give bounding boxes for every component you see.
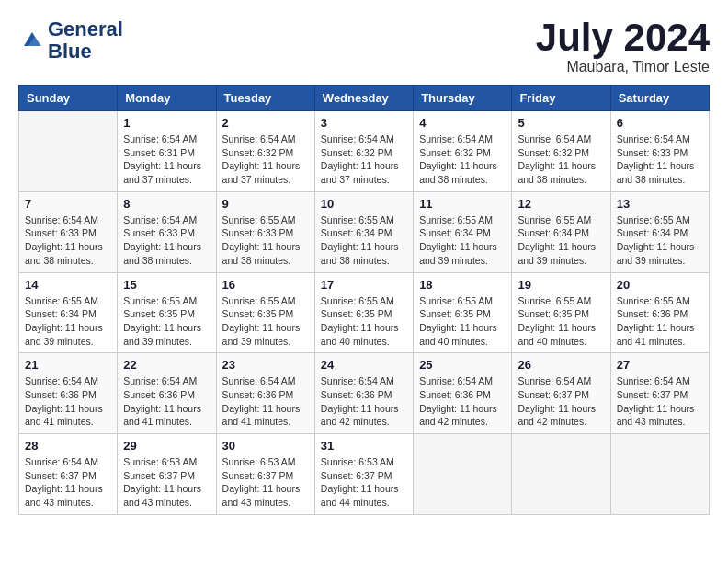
- calendar-cell: 28Sunrise: 6:54 AM Sunset: 6:37 PM Dayli…: [19, 434, 118, 515]
- calendar-cell: 11Sunrise: 6:55 AM Sunset: 6:34 PM Dayli…: [414, 191, 512, 272]
- header-sunday: Sunday: [19, 86, 118, 111]
- day-number: 16: [222, 278, 309, 292]
- day-number: 13: [617, 197, 703, 211]
- logo: General Blue: [18, 18, 123, 63]
- day-number: 5: [518, 116, 604, 130]
- location-subtitle: Maubara, Timor Leste: [536, 59, 710, 75]
- day-number: 3: [321, 116, 407, 130]
- day-number: 20: [617, 278, 703, 292]
- logo-icon: [18, 27, 46, 54]
- day-number: 26: [518, 358, 604, 372]
- day-number: 12: [518, 197, 604, 211]
- header-wednesday: Wednesday: [314, 86, 413, 111]
- day-number: 1: [123, 116, 210, 130]
- day-info: Sunrise: 6:55 AM Sunset: 6:35 PM Dayligh…: [123, 294, 210, 349]
- calendar-cell: 17Sunrise: 6:55 AM Sunset: 6:35 PM Dayli…: [314, 272, 413, 353]
- day-number: 27: [617, 358, 703, 372]
- day-number: 28: [25, 439, 111, 453]
- calendar-cell: 23Sunrise: 6:54 AM Sunset: 6:36 PM Dayli…: [216, 353, 314, 434]
- day-number: 29: [123, 439, 210, 453]
- day-number: 4: [419, 116, 506, 130]
- calendar-cell: [414, 434, 512, 515]
- header-monday: Monday: [118, 86, 216, 111]
- day-number: 15: [123, 278, 210, 292]
- day-info: Sunrise: 6:55 AM Sunset: 6:35 PM Dayligh…: [222, 294, 309, 349]
- calendar-cell: 19Sunrise: 6:55 AM Sunset: 6:35 PM Dayli…: [512, 272, 610, 353]
- day-info: Sunrise: 6:54 AM Sunset: 6:36 PM Dayligh…: [25, 374, 111, 429]
- calendar-cell: 26Sunrise: 6:54 AM Sunset: 6:37 PM Dayli…: [512, 353, 610, 434]
- week-row-4: 21Sunrise: 6:54 AM Sunset: 6:36 PM Dayli…: [19, 353, 710, 434]
- calendar-cell: 29Sunrise: 6:53 AM Sunset: 6:37 PM Dayli…: [118, 434, 216, 515]
- day-info: Sunrise: 6:54 AM Sunset: 6:37 PM Dayligh…: [617, 374, 703, 429]
- calendar-cell: 30Sunrise: 6:53 AM Sunset: 6:37 PM Dayli…: [216, 434, 314, 515]
- calendar-cell: 22Sunrise: 6:54 AM Sunset: 6:36 PM Dayli…: [118, 353, 216, 434]
- calendar-cell: 3Sunrise: 6:54 AM Sunset: 6:32 PM Daylig…: [314, 111, 413, 192]
- day-number: 10: [321, 197, 407, 211]
- calendar-cell: 9Sunrise: 6:55 AM Sunset: 6:33 PM Daylig…: [216, 191, 314, 272]
- day-info: Sunrise: 6:54 AM Sunset: 6:36 PM Dayligh…: [123, 374, 210, 429]
- day-info: Sunrise: 6:54 AM Sunset: 6:36 PM Dayligh…: [222, 374, 309, 429]
- day-info: Sunrise: 6:54 AM Sunset: 6:32 PM Dayligh…: [518, 132, 604, 187]
- day-info: Sunrise: 6:54 AM Sunset: 6:33 PM Dayligh…: [617, 132, 703, 187]
- calendar-cell: 21Sunrise: 6:54 AM Sunset: 6:36 PM Dayli…: [19, 353, 118, 434]
- day-info: Sunrise: 6:54 AM Sunset: 6:37 PM Dayligh…: [25, 455, 111, 510]
- calendar-cell: 16Sunrise: 6:55 AM Sunset: 6:35 PM Dayli…: [216, 272, 314, 353]
- day-number: 14: [25, 278, 111, 292]
- day-info: Sunrise: 6:54 AM Sunset: 6:32 PM Dayligh…: [222, 132, 309, 187]
- month-title: July 2024: [536, 18, 710, 57]
- day-info: Sunrise: 6:54 AM Sunset: 6:37 PM Dayligh…: [518, 374, 604, 429]
- header-saturday: Saturday: [610, 86, 709, 111]
- day-info: Sunrise: 6:55 AM Sunset: 6:33 PM Dayligh…: [222, 213, 309, 268]
- day-info: Sunrise: 6:54 AM Sunset: 6:32 PM Dayligh…: [419, 132, 506, 187]
- header-friday: Friday: [512, 86, 610, 111]
- day-number: 31: [321, 439, 407, 453]
- day-number: 6: [617, 116, 703, 130]
- day-number: 11: [419, 197, 506, 211]
- calendar-cell: 31Sunrise: 6:53 AM Sunset: 6:37 PM Dayli…: [314, 434, 413, 515]
- day-info: Sunrise: 6:55 AM Sunset: 6:35 PM Dayligh…: [321, 294, 407, 349]
- calendar-cell: [610, 434, 709, 515]
- day-number: 7: [25, 197, 111, 211]
- calendar-cell: 12Sunrise: 6:55 AM Sunset: 6:34 PM Dayli…: [512, 191, 610, 272]
- day-info: Sunrise: 6:53 AM Sunset: 6:37 PM Dayligh…: [123, 455, 210, 510]
- day-number: 21: [25, 358, 111, 372]
- day-info: Sunrise: 6:55 AM Sunset: 6:35 PM Dayligh…: [419, 294, 506, 349]
- day-number: 22: [123, 358, 210, 372]
- calendar-cell: 18Sunrise: 6:55 AM Sunset: 6:35 PM Dayli…: [414, 272, 512, 353]
- day-info: Sunrise: 6:55 AM Sunset: 6:36 PM Dayligh…: [617, 294, 703, 349]
- header-thursday: Thursday: [414, 86, 512, 111]
- day-number: 19: [518, 278, 604, 292]
- day-info: Sunrise: 6:54 AM Sunset: 6:36 PM Dayligh…: [419, 374, 506, 429]
- logo-line1: General: [48, 18, 123, 40]
- calendar-cell: 20Sunrise: 6:55 AM Sunset: 6:36 PM Dayli…: [610, 272, 709, 353]
- day-number: 25: [419, 358, 506, 372]
- calendar-cell: 14Sunrise: 6:55 AM Sunset: 6:34 PM Dayli…: [19, 272, 118, 353]
- calendar-cell: 1Sunrise: 6:54 AM Sunset: 6:31 PM Daylig…: [118, 111, 216, 192]
- calendar-cell: [512, 434, 610, 515]
- day-info: Sunrise: 6:55 AM Sunset: 6:34 PM Dayligh…: [25, 294, 111, 349]
- day-info: Sunrise: 6:55 AM Sunset: 6:34 PM Dayligh…: [419, 213, 506, 268]
- day-info: Sunrise: 6:55 AM Sunset: 6:34 PM Dayligh…: [617, 213, 703, 268]
- day-number: 30: [222, 439, 309, 453]
- day-info: Sunrise: 6:53 AM Sunset: 6:37 PM Dayligh…: [321, 455, 407, 510]
- calendar-cell: 8Sunrise: 6:54 AM Sunset: 6:33 PM Daylig…: [118, 191, 216, 272]
- day-number: 24: [321, 358, 407, 372]
- day-number: 2: [222, 116, 309, 130]
- calendar-cell: 2Sunrise: 6:54 AM Sunset: 6:32 PM Daylig…: [216, 111, 314, 192]
- calendar-table: SundayMondayTuesdayWednesdayThursdayFrid…: [18, 85, 710, 515]
- day-number: 18: [419, 278, 506, 292]
- calendar-cell: 25Sunrise: 6:54 AM Sunset: 6:36 PM Dayli…: [414, 353, 512, 434]
- day-number: 17: [321, 278, 407, 292]
- page-header: General Blue July 2024 Maubara, Timor Le…: [18, 18, 710, 75]
- title-block: July 2024 Maubara, Timor Leste: [536, 18, 710, 75]
- calendar-cell: 5Sunrise: 6:54 AM Sunset: 6:32 PM Daylig…: [512, 111, 610, 192]
- day-info: Sunrise: 6:54 AM Sunset: 6:33 PM Dayligh…: [25, 213, 111, 268]
- logo-line2: Blue: [48, 40, 123, 63]
- day-number: 8: [123, 197, 210, 211]
- week-row-2: 7Sunrise: 6:54 AM Sunset: 6:33 PM Daylig…: [19, 191, 710, 272]
- day-info: Sunrise: 6:55 AM Sunset: 6:34 PM Dayligh…: [321, 213, 407, 268]
- day-number: 23: [222, 358, 309, 372]
- calendar-cell: 4Sunrise: 6:54 AM Sunset: 6:32 PM Daylig…: [414, 111, 512, 192]
- calendar-cell: 7Sunrise: 6:54 AM Sunset: 6:33 PM Daylig…: [19, 191, 118, 272]
- header-tuesday: Tuesday: [216, 86, 314, 111]
